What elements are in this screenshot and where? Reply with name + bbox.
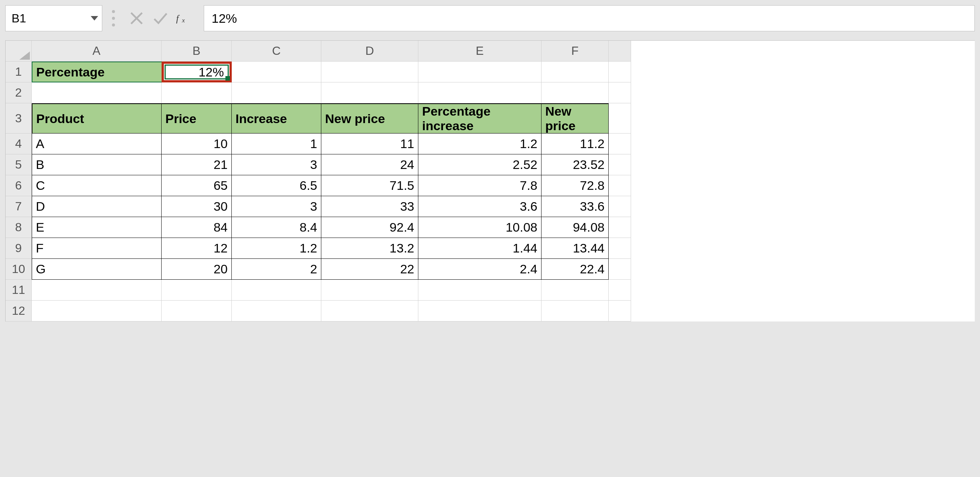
cell-overflow-9[interactable] xyxy=(609,238,631,259)
cell-D12[interactable] xyxy=(321,301,418,322)
cell-E8[interactable]: 10.08 xyxy=(418,217,541,238)
cell-C5[interactable]: 3 xyxy=(232,154,321,175)
cell-E7[interactable]: 3.6 xyxy=(418,196,541,217)
cell-F2[interactable] xyxy=(541,82,609,103)
cell-C10[interactable]: 2 xyxy=(232,259,321,280)
cell-A8[interactable]: E xyxy=(32,217,162,238)
cell-D7[interactable]: 33 xyxy=(321,196,418,217)
name-box[interactable]: B1 xyxy=(5,5,102,31)
cell-overflow-4[interactable] xyxy=(609,133,631,154)
cell-overflow-10[interactable] xyxy=(609,259,631,280)
cell-D6[interactable]: 71.5 xyxy=(321,175,418,196)
cell-F3[interactable]: New price xyxy=(541,103,609,133)
cell-C1[interactable] xyxy=(232,62,321,82)
cell-A12[interactable] xyxy=(32,301,162,322)
formula-input[interactable]: 12% xyxy=(204,5,975,31)
cell-B4[interactable]: 10 xyxy=(162,133,232,154)
cell-E11[interactable] xyxy=(418,280,541,301)
cell-B11[interactable] xyxy=(162,280,232,301)
cell-F6[interactable]: 72.8 xyxy=(541,175,609,196)
cell-E5[interactable]: 2.52 xyxy=(418,154,541,175)
cell-E12[interactable] xyxy=(418,301,541,322)
cell-C12[interactable] xyxy=(232,301,321,322)
row-header-12[interactable]: 12 xyxy=(6,301,32,322)
cell-A9[interactable]: F xyxy=(32,238,162,259)
cell-D2[interactable] xyxy=(321,82,418,103)
cell-D4[interactable]: 11 xyxy=(321,133,418,154)
row-header-3[interactable]: 3 xyxy=(6,103,32,133)
row-header-2[interactable]: 2 xyxy=(6,82,32,103)
row-header-6[interactable]: 6 xyxy=(6,175,32,196)
cell-E3[interactable]: Percentage increase xyxy=(418,103,541,133)
cell-overflow-2[interactable] xyxy=(609,82,631,103)
cell-C3[interactable]: Increase xyxy=(232,103,321,133)
cell-overflow-8[interactable] xyxy=(609,217,631,238)
row-header-9[interactable]: 9 xyxy=(6,238,32,259)
chevron-down-icon[interactable] xyxy=(91,16,98,21)
cell-E9[interactable]: 1.44 xyxy=(418,238,541,259)
cell-F5[interactable]: 23.52 xyxy=(541,154,609,175)
row-header-8[interactable]: 8 xyxy=(6,217,32,238)
cell-B8[interactable]: 84 xyxy=(162,217,232,238)
cell-B9[interactable]: 12 xyxy=(162,238,232,259)
cell-E10[interactable]: 2.4 xyxy=(418,259,541,280)
cell-overflow-11[interactable] xyxy=(609,280,631,301)
col-header-A[interactable]: A xyxy=(32,41,162,62)
cell-A4[interactable]: A xyxy=(32,133,162,154)
col-header-E[interactable]: E xyxy=(418,41,541,62)
cell-D10[interactable]: 22 xyxy=(321,259,418,280)
cell-C6[interactable]: 6.5 xyxy=(232,175,321,196)
cell-D1[interactable] xyxy=(321,62,418,82)
cell-C4[interactable]: 1 xyxy=(232,133,321,154)
col-header-F[interactable]: F xyxy=(541,41,609,62)
cancel-button[interactable] xyxy=(125,6,148,30)
cell-B2[interactable] xyxy=(162,82,232,103)
cell-F10[interactable]: 22.4 xyxy=(541,259,609,280)
cell-F1[interactable] xyxy=(541,62,609,82)
cell-D8[interactable]: 92.4 xyxy=(321,217,418,238)
cell-C9[interactable]: 1.2 xyxy=(232,238,321,259)
enter-button[interactable] xyxy=(148,6,172,30)
cell-D3[interactable]: New price xyxy=(321,103,418,133)
select-all-corner[interactable] xyxy=(6,41,32,62)
cell-C2[interactable] xyxy=(232,82,321,103)
row-header-4[interactable]: 4 xyxy=(6,133,32,154)
row-header-5[interactable]: 5 xyxy=(6,154,32,175)
col-header-C[interactable]: C xyxy=(232,41,321,62)
cell-E1[interactable] xyxy=(418,62,541,82)
cell-F12[interactable] xyxy=(541,301,609,322)
cell-D11[interactable] xyxy=(321,280,418,301)
cell-overflow-5[interactable] xyxy=(609,154,631,175)
cell-F11[interactable] xyxy=(541,280,609,301)
cell-overflow-1[interactable] xyxy=(609,62,631,82)
cell-B1[interactable]: 12% xyxy=(162,62,232,82)
spreadsheet-grid[interactable]: A B C D E F 1 Percentage 12% 2 3 Product… xyxy=(5,40,975,322)
cell-A11[interactable] xyxy=(32,280,162,301)
cell-A2[interactable] xyxy=(32,82,162,103)
row-header-11[interactable]: 11 xyxy=(6,280,32,301)
cell-D5[interactable]: 24 xyxy=(321,154,418,175)
cell-A5[interactable]: B xyxy=(32,154,162,175)
cell-C8[interactable]: 8.4 xyxy=(232,217,321,238)
cell-E6[interactable]: 7.8 xyxy=(418,175,541,196)
row-header-1[interactable]: 1 xyxy=(6,62,32,82)
cell-overflow-3[interactable] xyxy=(609,103,631,133)
cell-B7[interactable]: 30 xyxy=(162,196,232,217)
cell-E4[interactable]: 1.2 xyxy=(418,133,541,154)
cell-A10[interactable]: G xyxy=(32,259,162,280)
cell-overflow-6[interactable] xyxy=(609,175,631,196)
cell-overflow-12[interactable] xyxy=(609,301,631,322)
insert-function-button[interactable]: f x xyxy=(172,6,196,30)
cell-B3[interactable]: Price xyxy=(162,103,232,133)
cell-C11[interactable] xyxy=(232,280,321,301)
cell-A3[interactable]: Product xyxy=(32,103,162,133)
cell-D9[interactable]: 13.2 xyxy=(321,238,418,259)
cell-F9[interactable]: 13.44 xyxy=(541,238,609,259)
cell-B5[interactable]: 21 xyxy=(162,154,232,175)
cell-C7[interactable]: 3 xyxy=(232,196,321,217)
cell-A7[interactable]: D xyxy=(32,196,162,217)
cell-B12[interactable] xyxy=(162,301,232,322)
col-header-B[interactable]: B xyxy=(162,41,232,62)
cell-overflow-7[interactable] xyxy=(609,196,631,217)
cell-B6[interactable]: 65 xyxy=(162,175,232,196)
